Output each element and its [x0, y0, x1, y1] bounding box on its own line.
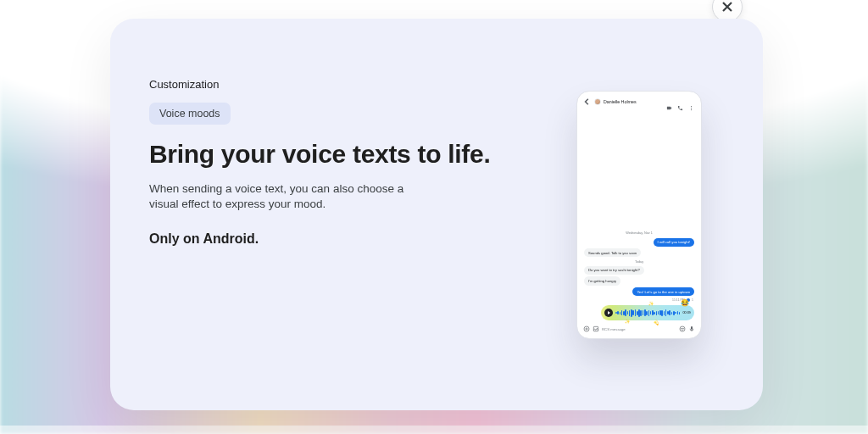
compose-input: RCS message — [602, 327, 676, 331]
svg-point-1 — [691, 107, 692, 108]
message-out: Yes! Let's go to the one in uptown — [632, 287, 694, 296]
play-button — [604, 309, 613, 317]
message-out: I will call you tonight! — [654, 238, 694, 247]
gallery-icon — [593, 326, 599, 332]
feature-modal: Customization Voice moods Bring your voi… — [110, 19, 763, 410]
sparkle-emoji-icon: ✨ — [648, 302, 654, 306]
copy-column: Customization Voice moods Bring your voi… — [149, 78, 554, 410]
compose-bar: RCS message — [580, 323, 698, 336]
headline: Bring your voice texts to life. — [149, 140, 554, 170]
phone-call-icon — [677, 99, 683, 105]
phone-frame: Danielle Holmes Wednesday, Nov 1 I will … — [577, 92, 701, 338]
close-icon — [721, 1, 733, 13]
mic-icon — [688, 326, 695, 332]
waveform — [615, 309, 680, 317]
add-icon — [583, 326, 590, 332]
feature-chip: Voice moods — [149, 103, 231, 125]
svg-point-6 — [682, 328, 682, 329]
android-only-label: Only on Android. — [149, 231, 554, 247]
chat-thread: Wednesday, Nov 1 I will call you tonight… — [580, 109, 698, 323]
eyebrow: Customization — [149, 78, 554, 91]
overflow-menu-icon — [688, 99, 694, 105]
video-call-icon — [666, 99, 672, 105]
sparkle-emoji-icon: ✨ — [625, 320, 630, 324]
message-in: I'm getting hungry — [584, 276, 620, 285]
date-separator: Wednesday, Nov 1 — [582, 231, 696, 235]
body-text: When sending a voice text, you can also … — [149, 181, 429, 214]
back-icon — [583, 97, 592, 106]
emoji-icon — [679, 326, 686, 332]
svg-point-7 — [683, 328, 684, 329]
voice-message: 😂 ✨ ✨ 💫 00:09 — [601, 305, 694, 320]
device-illustration: Danielle Holmes Wednesday, Nov 1 I will … — [575, 78, 704, 410]
message-in: Do you want to try sushi tonight? — [584, 266, 644, 275]
avatar — [594, 98, 601, 105]
contact-name: Danielle Holmes — [604, 99, 637, 104]
voice-duration: 00:09 — [682, 311, 691, 314]
message-in: Sounds good. Talk to you soon — [584, 248, 641, 257]
svg-point-5 — [680, 326, 685, 331]
laugh-emoji-icon: 😂 — [681, 300, 689, 307]
chat-header: Danielle Holmes — [580, 94, 698, 109]
date-separator: Today — [582, 260, 696, 264]
svg-point-0 — [691, 105, 692, 106]
